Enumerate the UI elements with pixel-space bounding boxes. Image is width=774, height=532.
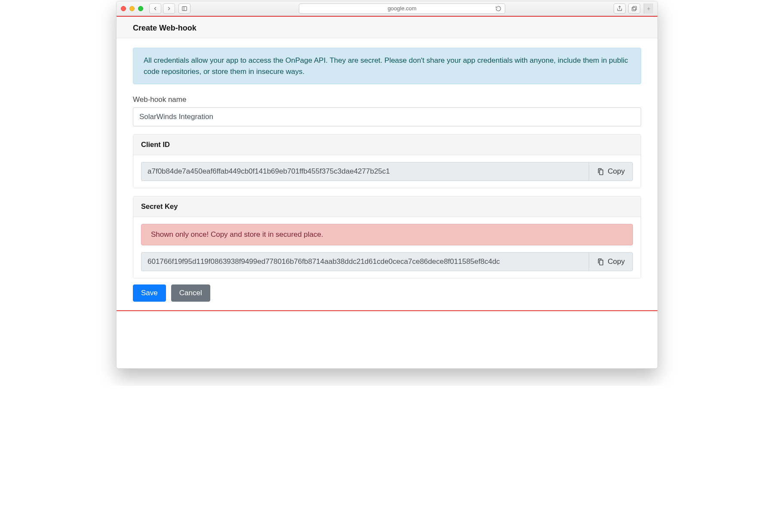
copy-client-id-label: Copy	[608, 167, 625, 176]
secret-warning-alert: Shown only once! Copy and store it in se…	[141, 224, 633, 245]
svg-rect-4	[632, 7, 636, 11]
copy-icon	[597, 258, 604, 266]
secret-key-panel: Secret Key Shown only once! Copy and sto…	[133, 196, 641, 278]
copy-client-id-button[interactable]: Copy	[589, 162, 633, 181]
secret-key-value[interactable]: 601766f19f95d119f0863938f9499ed778016b76…	[141, 252, 589, 271]
secret-key-label: Secret Key	[133, 196, 641, 217]
address-bar-text: google.com	[387, 5, 416, 12]
nav-buttons	[149, 3, 175, 14]
browser-window: google.com + Create Web-hook All credent…	[116, 1, 658, 369]
webhook-name-input[interactable]	[133, 107, 641, 126]
form-content: All credentials allow your app to access…	[117, 38, 657, 310]
form-actions: Save Cancel	[133, 278, 641, 302]
webhook-name-label: Web-hook name	[133, 95, 641, 104]
reload-icon[interactable]	[495, 6, 501, 12]
new-tab-button[interactable]: +	[644, 3, 653, 14]
secret-key-group: 601766f19f95d119f0863938f9499ed778016b76…	[141, 252, 633, 271]
share-button[interactable]	[614, 3, 626, 14]
window-controls	[121, 6, 143, 11]
maximize-window-button[interactable]	[138, 6, 143, 11]
accent-line-bottom	[117, 310, 657, 311]
copy-secret-key-label: Copy	[608, 257, 625, 266]
svg-rect-0	[182, 6, 187, 10]
page-title: Create Web-hook	[117, 17, 657, 38]
page-content: Create Web-hook All credentials allow yo…	[117, 16, 657, 368]
address-bar-container: google.com	[194, 3, 610, 14]
copy-secret-key-button[interactable]: Copy	[589, 252, 633, 271]
svg-rect-3	[633, 6, 636, 9]
client-id-panel: Client ID a7f0b84de7a450eaf6ffab449cb0f1…	[133, 134, 641, 188]
client-id-value[interactable]: a7f0b84de7a450eaf6ffab449cb0f141b69eb701…	[141, 162, 589, 181]
copy-icon	[597, 168, 604, 175]
client-id-group: a7f0b84de7a450eaf6ffab449cb0f141b69eb701…	[141, 162, 633, 181]
cancel-button[interactable]: Cancel	[171, 284, 210, 302]
forward-button[interactable]	[163, 3, 175, 14]
toolbar-right	[614, 3, 640, 14]
address-bar[interactable]: google.com	[299, 3, 505, 14]
save-button[interactable]: Save	[133, 284, 166, 302]
close-window-button[interactable]	[121, 6, 126, 11]
client-id-label: Client ID	[133, 135, 641, 155]
tabs-button[interactable]	[628, 3, 640, 14]
back-button[interactable]	[149, 3, 161, 14]
info-alert: All credentials allow your app to access…	[133, 48, 641, 84]
sidebar-toggle-button[interactable]	[178, 3, 190, 14]
minimize-window-button[interactable]	[129, 6, 135, 11]
browser-titlebar: google.com +	[117, 1, 657, 16]
